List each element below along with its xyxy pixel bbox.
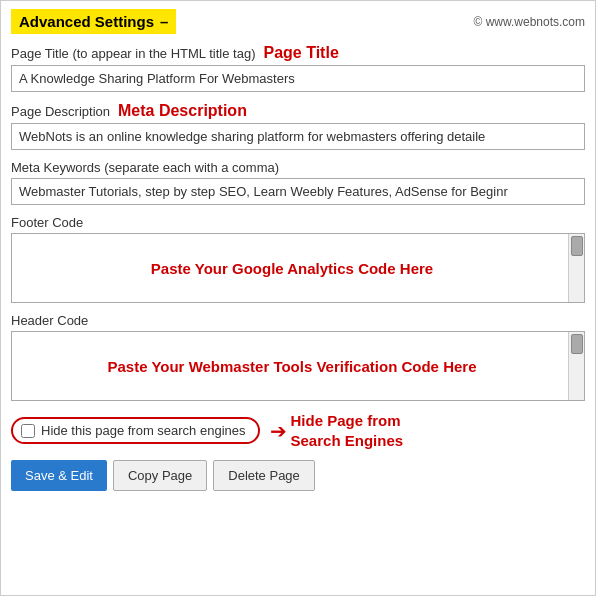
- footer-code-placeholder: Paste Your Google Analytics Code Here: [151, 260, 433, 277]
- meta-keywords-label: Meta Keywords (separate each with a comm…: [11, 160, 279, 175]
- header-code-group: Header Code Paste Your Webmaster Tools V…: [11, 313, 585, 401]
- buttons-row: Save & Edit Copy Page Delete Page: [11, 460, 585, 491]
- footer-code-textarea[interactable]: Paste Your Google Analytics Code Here: [11, 233, 585, 303]
- footer-code-label-row: Footer Code: [11, 215, 585, 230]
- header-code-wrapper: Paste Your Webmaster Tools Verification …: [11, 331, 585, 401]
- panel-title-text: Advanced Settings: [19, 13, 154, 30]
- copyright-text: © www.webnots.com: [473, 15, 585, 29]
- page-description-group: Page Description Meta Description: [11, 102, 585, 150]
- page-description-label-row: Page Description Meta Description: [11, 102, 585, 120]
- footer-code-scrollbar: [568, 234, 584, 302]
- header-code-scrollbar: [568, 332, 584, 400]
- panel-title-badge: Advanced Settings –: [11, 9, 176, 34]
- header-code-placeholder: Paste Your Webmaster Tools Verification …: [107, 358, 476, 375]
- copy-page-button[interactable]: Copy Page: [113, 460, 207, 491]
- page-title-annotation: Page Title: [263, 44, 338, 62]
- header-code-label: Header Code: [11, 313, 88, 328]
- hide-page-row: Hide this page from search engines ➔ Hid…: [11, 411, 585, 450]
- page-title-input[interactable]: [11, 65, 585, 92]
- footer-code-wrapper: Paste Your Google Analytics Code Here: [11, 233, 585, 303]
- header-code-label-row: Header Code: [11, 313, 585, 328]
- advanced-settings-panel: Advanced Settings – © www.webnots.com Pa…: [1, 1, 595, 503]
- header-scrollbar-thumb: [571, 334, 583, 354]
- hide-page-annotation: Hide Page fromSearch Engines: [291, 411, 404, 450]
- page-description-input[interactable]: [11, 123, 585, 150]
- footer-code-group: Footer Code Paste Your Google Analytics …: [11, 215, 585, 303]
- page-title-label: Page Title (to appear in the HTML title …: [11, 46, 255, 61]
- footer-code-label: Footer Code: [11, 215, 83, 230]
- header-code-textarea[interactable]: Paste Your Webmaster Tools Verification …: [11, 331, 585, 401]
- page-title-label-row: Page Title (to appear in the HTML title …: [11, 44, 585, 62]
- save-edit-button[interactable]: Save & Edit: [11, 460, 107, 491]
- hide-page-checkbox[interactable]: [21, 424, 35, 438]
- page-description-label: Page Description: [11, 104, 110, 119]
- delete-page-button[interactable]: Delete Page: [213, 460, 315, 491]
- page-title-group: Page Title (to appear in the HTML title …: [11, 44, 585, 92]
- meta-keywords-label-row: Meta Keywords (separate each with a comm…: [11, 160, 585, 175]
- hide-page-label: Hide this page from search engines: [41, 423, 246, 438]
- page-description-annotation: Meta Description: [118, 102, 247, 120]
- footer-scrollbar-thumb: [571, 236, 583, 256]
- meta-keywords-group: Meta Keywords (separate each with a comm…: [11, 160, 585, 205]
- arrow-right-icon: ➔: [270, 419, 287, 443]
- panel-title-dash: –: [160, 13, 168, 30]
- meta-keywords-input[interactable]: [11, 178, 585, 205]
- hide-page-checkbox-group: Hide this page from search engines: [11, 417, 260, 444]
- header-row: Advanced Settings – © www.webnots.com: [11, 9, 585, 34]
- hide-page-arrow-annotation: ➔ Hide Page fromSearch Engines: [270, 411, 404, 450]
